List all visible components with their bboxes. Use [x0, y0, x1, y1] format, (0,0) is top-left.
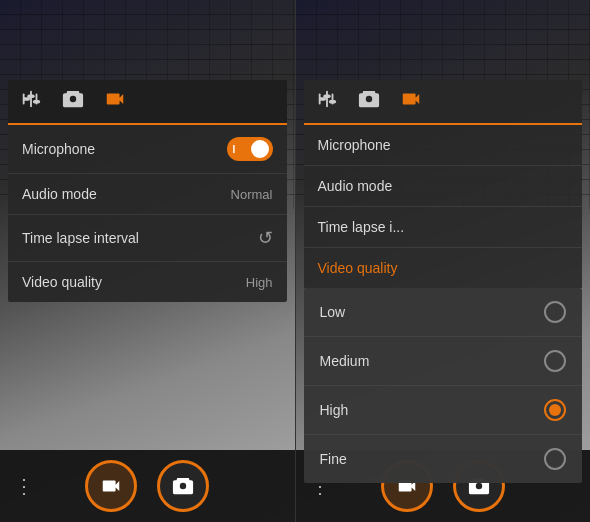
camera-video-icon-left[interactable] — [104, 88, 126, 115]
quality-medium-label: Medium — [320, 353, 545, 369]
quality-option-medium[interactable]: Medium — [304, 337, 583, 386]
camera-photo-icon-right[interactable] — [358, 88, 380, 115]
audio-mode-row-right: Audio mode — [304, 166, 583, 207]
microphone-row-right: Microphone — [304, 125, 583, 166]
left-panel: Microphone I Audio mode Normal Time laps… — [0, 0, 295, 522]
timelapse-icon: ↺ — [258, 227, 273, 249]
quality-medium-radio[interactable] — [544, 350, 566, 372]
photo-button-left[interactable] — [157, 460, 209, 512]
sliders-icon-left[interactable] — [20, 88, 42, 115]
svg-rect-5 — [33, 100, 40, 104]
microphone-row[interactable]: Microphone I — [8, 125, 287, 174]
tab-bar-right — [304, 80, 583, 125]
tab-bar-left — [8, 80, 287, 125]
audio-mode-label-right: Audio mode — [318, 178, 569, 194]
quality-low-radio[interactable] — [544, 301, 566, 323]
more-options-left[interactable]: ⋮ — [14, 474, 32, 498]
quality-option-high[interactable]: High — [304, 386, 583, 435]
quality-fine-radio[interactable] — [544, 448, 566, 470]
microphone-toggle[interactable]: I — [227, 137, 273, 161]
video-quality-label: Video quality — [22, 274, 246, 290]
quality-option-low[interactable]: Low — [304, 288, 583, 337]
audio-mode-row[interactable]: Audio mode Normal — [8, 174, 287, 215]
camera-photo-icon-left[interactable] — [62, 88, 84, 115]
partial-settings-right: Microphone Audio mode Time lapse i... Vi… — [304, 125, 583, 288]
svg-rect-2 — [30, 91, 32, 108]
bottom-bar-left: ⋮ — [0, 450, 295, 522]
dropdown-overlay: Microphone Audio mode Time lapse i... Vi… — [304, 80, 583, 483]
audio-mode-value: Normal — [231, 187, 273, 202]
video-button-left[interactable] — [85, 460, 137, 512]
right-panel: Microphone Audio mode Time lapse i... Vi… — [296, 0, 591, 522]
toggle-text: I — [233, 144, 236, 155]
video-quality-label-right: Video quality — [318, 260, 569, 276]
toggle-knob — [251, 140, 269, 158]
video-quality-row[interactable]: Video quality High — [8, 262, 287, 302]
video-quality-value: High — [246, 275, 273, 290]
quality-low-label: Low — [320, 304, 545, 320]
svg-rect-8 — [326, 91, 328, 108]
quality-fine-label: Fine — [320, 451, 545, 467]
camera-video-icon-right[interactable] — [400, 88, 422, 115]
svg-rect-9 — [323, 94, 330, 98]
timelapse-label: Time lapse interval — [22, 230, 258, 246]
quality-option-fine[interactable]: Fine — [304, 435, 583, 483]
microphone-label: Microphone — [22, 141, 227, 157]
svg-rect-3 — [27, 94, 34, 98]
sliders-icon-right[interactable] — [316, 88, 338, 115]
svg-rect-11 — [328, 100, 335, 104]
quality-high-label: High — [320, 402, 545, 418]
timelapse-label-right: Time lapse i... — [318, 219, 569, 235]
timelapse-row[interactable]: Time lapse interval ↺ — [8, 215, 287, 262]
settings-panel-left: Microphone I Audio mode Normal Time laps… — [8, 80, 287, 302]
quality-high-radio[interactable] — [544, 399, 566, 421]
timelapse-row-right: Time lapse i... — [304, 207, 583, 248]
video-quality-row-right[interactable]: Video quality — [304, 248, 583, 288]
quality-dropdown-menu: Low Medium High Fine — [304, 288, 583, 483]
microphone-label-right: Microphone — [318, 137, 569, 153]
audio-mode-label: Audio mode — [22, 186, 231, 202]
